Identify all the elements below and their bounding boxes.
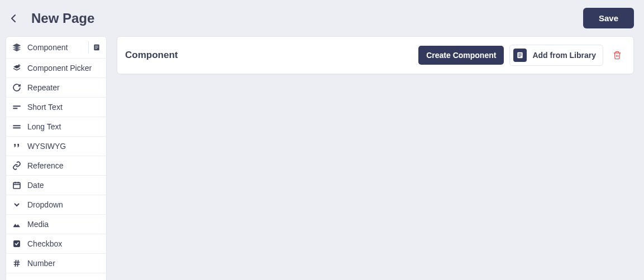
library-icon xyxy=(513,49,527,62)
sidebar-item-label: Short Text xyxy=(27,103,101,112)
sidebar-item-html[interactable]: HTML xyxy=(6,273,106,280)
layers-icon xyxy=(12,42,22,52)
link-icon xyxy=(12,161,22,171)
sidebar-item-label: Reference xyxy=(27,161,101,170)
checkbox-icon xyxy=(12,239,22,249)
component-card: Component Create Component Add from Libr… xyxy=(117,36,634,74)
component-title: Component xyxy=(125,50,178,61)
delete-button[interactable] xyxy=(609,47,626,64)
create-component-button[interactable]: Create Component xyxy=(418,46,504,65)
repeat-icon xyxy=(12,83,22,93)
svg-rect-5 xyxy=(13,108,17,109)
sidebar-item-label: Media xyxy=(27,220,101,229)
sidebar-item-label: Number xyxy=(27,259,101,268)
sidebar-item-label: Component xyxy=(27,43,80,52)
sidebar-item-repeater[interactable]: Repeater xyxy=(6,78,106,98)
image-icon xyxy=(12,219,22,229)
main-area: Component Create Component Add from Libr… xyxy=(117,36,634,280)
chevron-left-icon xyxy=(11,15,16,22)
layers-pick-icon xyxy=(12,63,22,73)
sidebar-item-label: WYSIWYG xyxy=(27,142,101,151)
save-button[interactable]: Save xyxy=(583,8,634,28)
sidebar-item-wysiwyg[interactable]: WYSIWYG xyxy=(6,137,106,156)
hash-icon xyxy=(12,258,22,268)
svg-rect-2 xyxy=(95,47,98,47)
short-text-icon xyxy=(12,102,22,112)
sidebar-item-short-text[interactable]: Short Text xyxy=(6,98,106,117)
header-left: New Page xyxy=(8,11,94,26)
trash-icon xyxy=(613,50,622,60)
sidebar-item-component-picker[interactable]: Component Picker xyxy=(6,59,106,78)
list-icon xyxy=(12,278,22,280)
chevron-down-icon xyxy=(12,200,22,210)
sidebar-item-checkbox[interactable]: Checkbox xyxy=(6,234,106,254)
svg-rect-7 xyxy=(13,127,20,128)
sidebar-item-label: Long Text xyxy=(27,122,101,131)
svg-rect-1 xyxy=(95,46,98,46)
back-button[interactable] xyxy=(8,13,19,24)
quote-icon xyxy=(12,141,22,151)
card-actions: Create Component Add from Library xyxy=(418,45,626,66)
long-text-icon xyxy=(12,122,22,132)
sidebar-item-label: Checkbox xyxy=(27,239,101,248)
sidebar-item-label: Date xyxy=(27,181,101,190)
svg-rect-3 xyxy=(95,49,97,49)
sidebar-item-number[interactable]: Number xyxy=(6,254,106,273)
sidebar-item-component[interactable]: Component xyxy=(6,37,106,59)
body: Component Component Picker Repeater Shor… xyxy=(0,36,644,280)
calendar-icon xyxy=(12,180,22,190)
sidebar-item-label: Component Picker xyxy=(27,64,101,73)
add-from-library-button[interactable]: Add from Library xyxy=(509,45,603,66)
sidebar-item-date[interactable]: Date xyxy=(6,176,106,195)
svg-rect-19 xyxy=(519,56,521,57)
sidebar: Component Component Picker Repeater Shor… xyxy=(6,36,107,280)
sidebar-item-label: Repeater xyxy=(27,83,101,92)
svg-rect-4 xyxy=(13,105,20,107)
sidebar-item-label: Dropdown xyxy=(27,200,101,209)
library-shortcut-icon[interactable] xyxy=(88,41,101,54)
sidebar-item-reference[interactable]: Reference xyxy=(6,156,106,176)
svg-rect-18 xyxy=(519,55,522,55)
add-from-library-label: Add from Library xyxy=(532,51,596,60)
svg-rect-6 xyxy=(13,125,20,126)
sidebar-item-dropdown[interactable]: Dropdown xyxy=(6,195,106,215)
page-title: New Page xyxy=(31,11,94,26)
sidebar-item-long-text[interactable]: Long Text xyxy=(6,117,106,137)
svg-rect-17 xyxy=(519,54,522,54)
sidebar-item-media[interactable]: Media xyxy=(6,215,106,234)
svg-rect-8 xyxy=(13,182,20,189)
header: New Page Save xyxy=(0,0,644,36)
